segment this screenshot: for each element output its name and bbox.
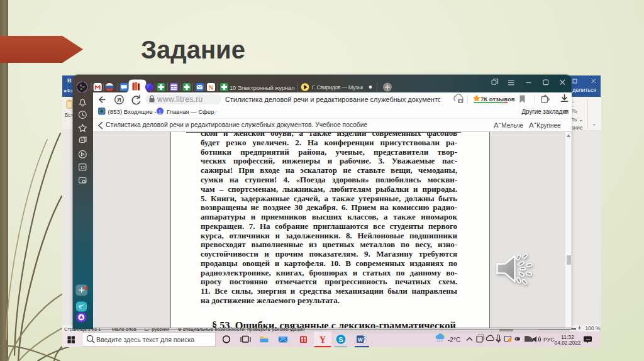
svg-text:S: S: [338, 336, 343, 343]
svg-text:-2°C: -2°C: [448, 336, 460, 343]
svg-text:Я: Я: [117, 97, 121, 103]
svg-text:N: N: [209, 84, 214, 91]
svg-text:РУС: РУС: [543, 336, 555, 342]
svg-text:04.02.2022: 04.02.2022: [555, 340, 581, 346]
svg-text:11:32: 11:32: [561, 333, 574, 340]
svg-text:Y: Y: [319, 335, 326, 344]
svg-text:12: 12: [80, 165, 85, 170]
svg-text:W: W: [358, 336, 364, 342]
